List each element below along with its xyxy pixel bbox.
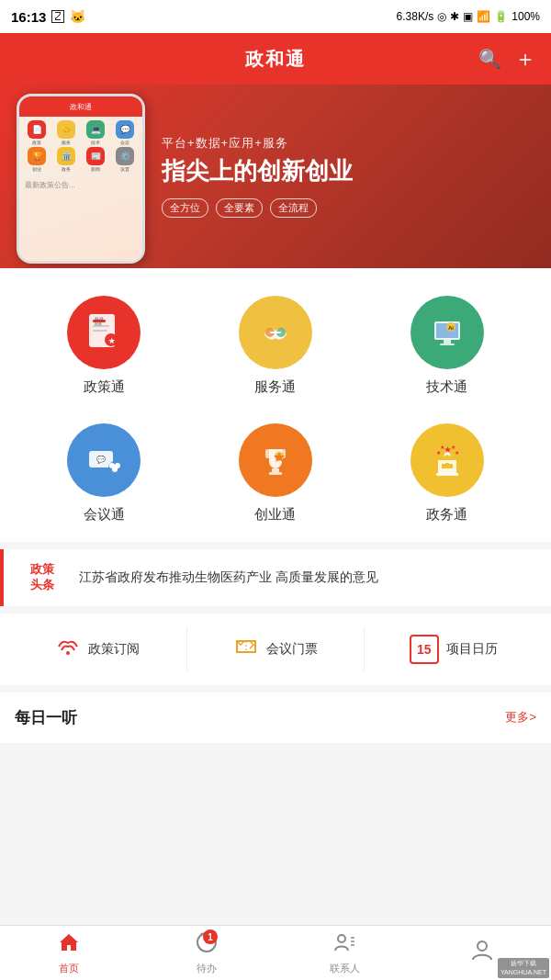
subscribe-label: 政策订阅 [88, 641, 140, 658]
signal-icon: ◎ [437, 10, 446, 23]
gov-label: 政务通 [426, 506, 467, 524]
banner-title: 指尖上的创新创业 [162, 157, 353, 186]
calendar-date: 15 [417, 642, 432, 657]
svg-rect-25 [269, 472, 282, 475]
svg-rect-36 [449, 464, 453, 468]
app-title: 政和通 [245, 47, 306, 72]
svg-text:★: ★ [435, 450, 440, 456]
ticket-icon [233, 634, 259, 665]
bluetooth-icon: ✱ [450, 10, 459, 23]
policy-icon: ★ 科技 财政 [82, 310, 126, 355]
bottom-spacer [0, 771, 551, 833]
svg-rect-37 [445, 463, 449, 468]
service-icon [253, 310, 298, 355]
icon-item-startup[interactable]: 创业通 [190, 414, 362, 533]
search-icon[interactable]: 🔍 [478, 48, 501, 70]
startup-label: 创业通 [254, 506, 296, 524]
phone-icon-item: 🏛️ 政务 [52, 147, 80, 172]
svg-point-21 [112, 467, 118, 472]
phone-icon-item: 🏆 创业 [23, 147, 51, 172]
status-right: 6.38K/s ◎ ✱ ▣ 📶 🔋 100% [397, 10, 540, 23]
mini-icon: 🤝 [57, 120, 75, 139]
icon-item-service[interactable]: 服务通 [190, 287, 362, 405]
quick-action-ticket[interactable]: 会议门票 [186, 626, 365, 672]
tech-icon-circle: Ai [410, 296, 484, 369]
mini-icon: ⚙️ [116, 147, 134, 165]
svg-text:★: ★ [454, 450, 458, 456]
quick-action-calendar[interactable]: 15 项目日历 [364, 627, 542, 671]
mini-icon: 📰 [86, 147, 105, 165]
app-header: 政和通 🔍 ＋ [0, 33, 551, 84]
svg-rect-29 [436, 473, 458, 476]
quick-action-subscribe[interactable]: 政策订阅 [9, 626, 186, 672]
banner-subtitle: 平台+数据+应用+服务 [162, 135, 353, 152]
gov-icon-circle: ★ ★ ★ ★ ★ [410, 423, 484, 497]
status-icon-2: 🐱 [70, 9, 85, 24]
meeting-label: 会议通 [84, 506, 125, 524]
svg-point-38 [66, 651, 70, 655]
mini-icon: 💻 [86, 120, 105, 139]
banner-tag-2: 全要素 [216, 198, 263, 218]
sim-icon: ▣ [463, 10, 473, 23]
icon-item-policy[interactable]: ★ 科技 财政 政策通 [18, 287, 190, 405]
daily-listen-more[interactable]: 更多> [505, 709, 536, 726]
subscribe-svg-icon [55, 634, 81, 659]
svg-rect-22 [265, 449, 270, 458]
phone-icon-item: 🤝 服务 [52, 120, 80, 145]
mini-icon: 🏛️ [57, 147, 75, 165]
banner-text: 平台+数据+应用+服务 指尖上的创新创业 全方位 全要素 全流程 [147, 117, 367, 236]
subscribe-icon [55, 634, 81, 665]
news-section[interactable]: 政策头条 江苏省政府发布推动生物医药产业 高质量发展的意见 [0, 549, 551, 606]
status-app-icon: 🅉 [51, 9, 64, 24]
phone-icon-item: 📄 政策 [23, 120, 51, 145]
daily-listen-title: 每日一听 [15, 707, 77, 728]
banner[interactable]: 政和通 📄 政策 🤝 服务 💻 技术 💬 会议 [0, 84, 551, 268]
svg-rect-12 [444, 340, 451, 344]
status-left: 16:13 🅉 🐱 [11, 9, 85, 25]
phone-icon-item: 💬 会议 [111, 120, 139, 145]
icon-grid: ★ 科技 财政 政策通 服务通 [9, 287, 542, 533]
banner-tag-1: 全方位 [162, 198, 208, 218]
content-spacer [0, 743, 551, 771]
svg-rect-3 [93, 330, 107, 332]
header-actions: 🔍 ＋ [478, 44, 536, 73]
battery-icon: 🔋 [494, 10, 508, 23]
svg-text:财政: 财政 [95, 321, 102, 326]
svg-rect-24 [272, 468, 279, 472]
daily-listen-section: 每日一听 更多> [0, 693, 551, 743]
svg-rect-35 [442, 464, 445, 468]
svg-text:★: ★ [108, 337, 116, 345]
banner-tag-3: 全流程 [270, 198, 317, 218]
svg-text:Ai: Ai [448, 325, 454, 331]
meeting-icon: 💬 [82, 438, 126, 482]
tech-label: 技术通 [426, 378, 467, 396]
meeting-icon-circle: 💬 [67, 423, 141, 497]
icon-grid-section: ★ 科技 财政 政策通 服务通 [0, 268, 551, 542]
ticket-svg-icon [233, 634, 259, 659]
network-speed: 6.38K/s [397, 10, 434, 23]
svg-text:💬: 💬 [96, 455, 106, 464]
icon-item-tech[interactable]: Ai 技术通 [361, 287, 533, 405]
wifi-icon: 📶 [477, 10, 490, 23]
status-time: 16:13 [11, 9, 46, 25]
banner-tags: 全方位 全要素 全流程 [162, 198, 353, 218]
icon-item-gov[interactable]: ★ ★ ★ ★ ★ 政务通 [361, 414, 533, 533]
ticket-label: 会议门票 [266, 641, 318, 658]
phone-news-preview: 最新政策公告... [19, 175, 142, 194]
policy-label: 政策通 [84, 378, 125, 396]
news-content: 江苏省政府发布推动生物医药产业 高质量发展的意见 [79, 568, 378, 587]
phone-app-name: 政和通 [70, 102, 92, 112]
phone-screen-header: 政和通 [19, 96, 142, 117]
mini-icon: 💬 [116, 120, 134, 139]
tech-icon: Ai [425, 310, 469, 355]
startup-icon-circle [239, 423, 312, 497]
phone-mockup: 政和通 📄 政策 🤝 服务 💻 技术 💬 会议 [17, 94, 145, 264]
icon-item-meeting[interactable]: 💬 会议通 [18, 414, 190, 533]
phone-screen: 政和通 📄 政策 🤝 服务 💻 技术 💬 会议 [19, 96, 142, 261]
add-icon[interactable]: ＋ [514, 44, 536, 73]
news-label: 政策头条 [18, 562, 66, 593]
mini-icon: 📄 [28, 120, 46, 139]
phone-icon-item: ⚙️ 设置 [111, 147, 139, 172]
policy-icon-circle: ★ 科技 财政 [67, 296, 141, 369]
mini-icon: 🏆 [28, 147, 46, 165]
